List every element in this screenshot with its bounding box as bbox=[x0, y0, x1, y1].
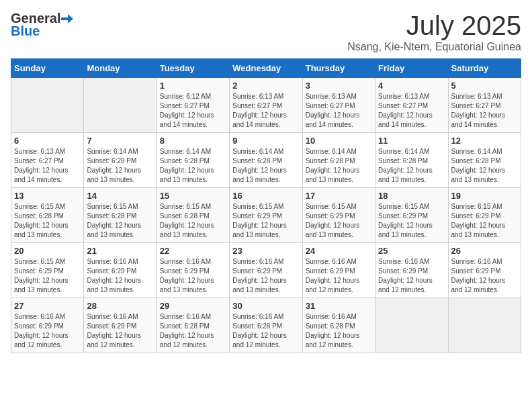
calendar-cell: 18Sunrise: 6:15 AM Sunset: 6:29 PM Dayli… bbox=[375, 188, 448, 243]
day-number: 12 bbox=[451, 136, 518, 146]
day-info: Sunrise: 6:15 AM Sunset: 6:29 PM Dayligh… bbox=[451, 202, 518, 240]
day-info: Sunrise: 6:16 AM Sunset: 6:29 PM Dayligh… bbox=[232, 257, 299, 295]
day-of-week-header: Saturday bbox=[448, 59, 521, 78]
day-info: Sunrise: 6:13 AM Sunset: 6:27 PM Dayligh… bbox=[378, 92, 445, 130]
calendar-cell: 15Sunrise: 6:15 AM Sunset: 6:28 PM Dayli… bbox=[157, 188, 229, 243]
week-row: 1Sunrise: 6:12 AM Sunset: 6:27 PM Daylig… bbox=[11, 78, 521, 133]
calendar-cell bbox=[448, 298, 521, 353]
logo: General Blue bbox=[11, 11, 74, 39]
day-info: Sunrise: 6:15 AM Sunset: 6:28 PM Dayligh… bbox=[87, 202, 153, 240]
day-info: Sunrise: 6:16 AM Sunset: 6:28 PM Dayligh… bbox=[160, 312, 226, 350]
day-info: Sunrise: 6:16 AM Sunset: 6:29 PM Dayligh… bbox=[160, 257, 226, 295]
day-number: 23 bbox=[232, 246, 299, 256]
calendar-cell: 24Sunrise: 6:16 AM Sunset: 6:29 PM Dayli… bbox=[302, 243, 375, 298]
day-number: 29 bbox=[160, 301, 226, 311]
day-number: 27 bbox=[14, 301, 81, 311]
calendar-cell: 19Sunrise: 6:15 AM Sunset: 6:29 PM Dayli… bbox=[448, 188, 521, 243]
day-number: 8 bbox=[160, 136, 226, 146]
day-number: 17 bbox=[306, 191, 372, 201]
day-number: 22 bbox=[160, 246, 226, 256]
title-area: July 2025 Nsang, Kie-Ntem, Equatorial Gu… bbox=[347, 11, 521, 53]
calendar-cell: 20Sunrise: 6:15 AM Sunset: 6:29 PM Dayli… bbox=[11, 243, 84, 298]
calendar-cell: 23Sunrise: 6:16 AM Sunset: 6:29 PM Dayli… bbox=[230, 243, 302, 298]
day-info: Sunrise: 6:15 AM Sunset: 6:29 PM Dayligh… bbox=[378, 202, 445, 240]
logo-icon bbox=[61, 14, 73, 24]
day-info: Sunrise: 6:13 AM Sunset: 6:27 PM Dayligh… bbox=[14, 147, 81, 185]
month-title: July 2025 bbox=[347, 11, 521, 41]
day-info: Sunrise: 6:14 AM Sunset: 6:28 PM Dayligh… bbox=[306, 147, 372, 185]
calendar-cell: 3Sunrise: 6:13 AM Sunset: 6:27 PM Daylig… bbox=[302, 78, 375, 133]
day-info: Sunrise: 6:16 AM Sunset: 6:28 PM Dayligh… bbox=[232, 312, 299, 350]
day-info: Sunrise: 6:14 AM Sunset: 6:28 PM Dayligh… bbox=[378, 147, 445, 185]
day-number: 19 bbox=[451, 191, 518, 201]
day-of-week-header: Tuesday bbox=[157, 59, 229, 78]
day-info: Sunrise: 6:15 AM Sunset: 6:28 PM Dayligh… bbox=[14, 202, 81, 240]
calendar-cell bbox=[375, 298, 448, 353]
calendar-cell bbox=[11, 78, 84, 133]
day-number: 4 bbox=[378, 81, 445, 91]
day-number: 6 bbox=[14, 136, 81, 146]
day-info: Sunrise: 6:16 AM Sunset: 6:29 PM Dayligh… bbox=[451, 257, 518, 295]
day-of-week-header: Thursday bbox=[302, 59, 375, 78]
calendar-cell: 4Sunrise: 6:13 AM Sunset: 6:27 PM Daylig… bbox=[375, 78, 448, 133]
calendar-cell: 26Sunrise: 6:16 AM Sunset: 6:29 PM Dayli… bbox=[448, 243, 521, 298]
day-number: 21 bbox=[87, 246, 153, 256]
day-info: Sunrise: 6:16 AM Sunset: 6:29 PM Dayligh… bbox=[87, 312, 153, 350]
week-row: 20Sunrise: 6:15 AM Sunset: 6:29 PM Dayli… bbox=[11, 243, 521, 298]
calendar-cell: 31Sunrise: 6:16 AM Sunset: 6:28 PM Dayli… bbox=[302, 298, 375, 353]
day-info: Sunrise: 6:16 AM Sunset: 6:29 PM Dayligh… bbox=[378, 257, 445, 295]
day-of-week-header: Wednesday bbox=[230, 59, 302, 78]
calendar-cell: 11Sunrise: 6:14 AM Sunset: 6:28 PM Dayli… bbox=[375, 133, 448, 188]
day-of-week-header: Sunday bbox=[11, 59, 84, 78]
calendar-cell: 21Sunrise: 6:16 AM Sunset: 6:29 PM Dayli… bbox=[84, 243, 157, 298]
day-number: 31 bbox=[306, 301, 372, 311]
week-row: 13Sunrise: 6:15 AM Sunset: 6:28 PM Dayli… bbox=[11, 188, 521, 243]
calendar-cell: 29Sunrise: 6:16 AM Sunset: 6:28 PM Dayli… bbox=[157, 298, 229, 353]
day-number: 10 bbox=[306, 136, 372, 146]
day-number: 7 bbox=[87, 136, 153, 146]
calendar-cell: 16Sunrise: 6:15 AM Sunset: 6:29 PM Dayli… bbox=[230, 188, 302, 243]
calendar-cell: 28Sunrise: 6:16 AM Sunset: 6:29 PM Dayli… bbox=[84, 298, 157, 353]
day-info: Sunrise: 6:13 AM Sunset: 6:27 PM Dayligh… bbox=[306, 92, 372, 130]
day-number: 13 bbox=[14, 191, 81, 201]
day-info: Sunrise: 6:14 AM Sunset: 6:28 PM Dayligh… bbox=[451, 147, 518, 185]
day-info: Sunrise: 6:15 AM Sunset: 6:28 PM Dayligh… bbox=[160, 202, 226, 240]
calendar-cell: 2Sunrise: 6:13 AM Sunset: 6:27 PM Daylig… bbox=[230, 78, 302, 133]
header: General Blue July 2025 Nsang, Kie-Ntem, … bbox=[11, 11, 521, 53]
day-number: 15 bbox=[160, 191, 226, 201]
day-info: Sunrise: 6:16 AM Sunset: 6:29 PM Dayligh… bbox=[306, 257, 372, 295]
calendar-cell: 30Sunrise: 6:16 AM Sunset: 6:28 PM Dayli… bbox=[230, 298, 302, 353]
calendar-cell: 27Sunrise: 6:16 AM Sunset: 6:29 PM Dayli… bbox=[11, 298, 84, 353]
calendar-cell bbox=[84, 78, 157, 133]
calendar-table: SundayMondayTuesdayWednesdayThursdayFrid… bbox=[11, 58, 521, 353]
calendar-cell: 22Sunrise: 6:16 AM Sunset: 6:29 PM Dayli… bbox=[157, 243, 229, 298]
calendar-cell: 1Sunrise: 6:12 AM Sunset: 6:27 PM Daylig… bbox=[157, 78, 229, 133]
calendar-cell: 7Sunrise: 6:14 AM Sunset: 6:28 PM Daylig… bbox=[84, 133, 157, 188]
calendar-cell: 14Sunrise: 6:15 AM Sunset: 6:28 PM Dayli… bbox=[84, 188, 157, 243]
day-info: Sunrise: 6:15 AM Sunset: 6:29 PM Dayligh… bbox=[14, 257, 81, 295]
day-number: 20 bbox=[14, 246, 81, 256]
calendar-cell: 6Sunrise: 6:13 AM Sunset: 6:27 PM Daylig… bbox=[11, 133, 84, 188]
day-info: Sunrise: 6:14 AM Sunset: 6:28 PM Dayligh… bbox=[232, 147, 299, 185]
day-number: 3 bbox=[306, 81, 372, 91]
day-info: Sunrise: 6:15 AM Sunset: 6:29 PM Dayligh… bbox=[306, 202, 372, 240]
day-number: 9 bbox=[232, 136, 299, 146]
day-info: Sunrise: 6:13 AM Sunset: 6:27 PM Dayligh… bbox=[232, 92, 299, 130]
day-number: 5 bbox=[451, 81, 518, 91]
day-info: Sunrise: 6:12 AM Sunset: 6:27 PM Dayligh… bbox=[160, 92, 226, 130]
day-number: 24 bbox=[306, 246, 372, 256]
calendar-cell: 9Sunrise: 6:14 AM Sunset: 6:28 PM Daylig… bbox=[230, 133, 302, 188]
day-info: Sunrise: 6:15 AM Sunset: 6:29 PM Dayligh… bbox=[232, 202, 299, 240]
day-info: Sunrise: 6:14 AM Sunset: 6:28 PM Dayligh… bbox=[87, 147, 153, 185]
day-of-week-header: Monday bbox=[84, 59, 157, 78]
day-number: 28 bbox=[87, 301, 153, 311]
calendar-cell: 17Sunrise: 6:15 AM Sunset: 6:29 PM Dayli… bbox=[302, 188, 375, 243]
days-header-row: SundayMondayTuesdayWednesdayThursdayFrid… bbox=[11, 59, 521, 78]
day-of-week-header: Friday bbox=[375, 59, 448, 78]
day-number: 25 bbox=[378, 246, 445, 256]
svg-marker-0 bbox=[61, 14, 73, 24]
day-info: Sunrise: 6:14 AM Sunset: 6:28 PM Dayligh… bbox=[160, 147, 226, 185]
day-number: 2 bbox=[232, 81, 299, 91]
week-row: 27Sunrise: 6:16 AM Sunset: 6:29 PM Dayli… bbox=[11, 298, 521, 353]
calendar-cell: 10Sunrise: 6:14 AM Sunset: 6:28 PM Dayli… bbox=[302, 133, 375, 188]
